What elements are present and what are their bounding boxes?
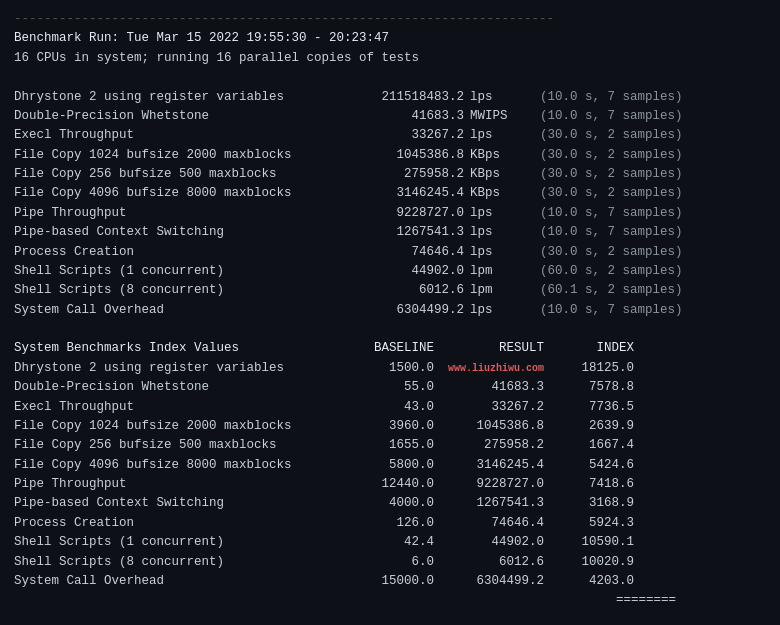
benchmark-row: Shell Scripts (8 concurrent) 6012.6 lpm … xyxy=(14,281,766,300)
index-row-label: File Copy 4096 bufsize 8000 maxblocks xyxy=(14,456,334,475)
index-row-index: 7578.8 xyxy=(544,378,634,397)
index-row: Shell Scripts (1 concurrent) 42.4 44902.… xyxy=(14,533,766,552)
blank2 xyxy=(14,320,766,339)
index-row-baseline: 15000.0 xyxy=(334,572,434,591)
benchmark-row: Pipe-based Context Switching 1267541.3 l… xyxy=(14,223,766,242)
index-row-index: 10020.9 xyxy=(544,553,634,572)
bench-unit: lps xyxy=(464,223,534,242)
index-row-result: 41683.3 xyxy=(434,378,544,397)
blank3 xyxy=(14,611,766,625)
index-row-baseline: 43.0 xyxy=(334,398,434,417)
equals-line: ======== xyxy=(14,591,766,610)
benchmark-row: File Copy 256 bufsize 500 maxblocks 2759… xyxy=(14,165,766,184)
bench-unit: lps xyxy=(464,88,534,107)
index-row-baseline: 12440.0 xyxy=(334,475,434,494)
bench-value: 211518483.2 xyxy=(334,88,464,107)
bench-unit: KBps xyxy=(464,184,534,203)
index-row-result: 74646.4 xyxy=(434,514,544,533)
index-row-label: Pipe Throughput xyxy=(14,475,334,494)
index-row-label: Shell Scripts (1 concurrent) xyxy=(14,533,334,552)
index-row-label: Execl Throughput xyxy=(14,398,334,417)
index-row: Process Creation 126.0 74646.4 5924.3 xyxy=(14,514,766,533)
bench-label: System Call Overhead xyxy=(14,301,334,320)
index-row-label: Pipe-based Context Switching xyxy=(14,494,334,513)
index-row-label: Dhrystone 2 using register variables xyxy=(14,359,334,378)
index-header-label: System Benchmarks Index Values xyxy=(14,339,334,358)
index-row: File Copy 1024 bufsize 2000 maxblocks 39… xyxy=(14,417,766,436)
index-row-index: 2639.9 xyxy=(544,417,634,436)
index-row-result: 275958.2 xyxy=(434,436,544,455)
benchmark-row: Execl Throughput 33267.2 lps (30.0 s, 2 … xyxy=(14,126,766,145)
benchmark-row: Process Creation 74646.4 lps (30.0 s, 2 … xyxy=(14,243,766,262)
index-row-baseline: 55.0 xyxy=(334,378,434,397)
bench-value: 41683.3 xyxy=(334,107,464,126)
index-row-result: www.liuzhiwu.com xyxy=(434,359,544,378)
benchmark-row: Double-Precision Whetstone 41683.3 MWIPS… xyxy=(14,107,766,126)
bench-samples: (30.0 s, 2 samples) xyxy=(534,165,694,184)
index-row-baseline: 6.0 xyxy=(334,553,434,572)
bench-value: 74646.4 xyxy=(334,243,464,262)
index-row: File Copy 256 bufsize 500 maxblocks 1655… xyxy=(14,436,766,455)
index-row: System Call Overhead 15000.0 6304499.2 4… xyxy=(14,572,766,591)
index-row-index: 7418.6 xyxy=(544,475,634,494)
index-row-result: 1267541.3 xyxy=(434,494,544,513)
benchmark-row: File Copy 1024 bufsize 2000 maxblocks 10… xyxy=(14,146,766,165)
bench-samples: (10.0 s, 7 samples) xyxy=(534,301,694,320)
bench-unit: MWIPS xyxy=(464,107,534,126)
index-row-baseline: 42.4 xyxy=(334,533,434,552)
index-row: Execl Throughput 43.0 33267.2 7736.5 xyxy=(14,398,766,417)
header-line2: 16 CPUs in system; running 16 parallel c… xyxy=(14,49,766,68)
bench-samples: (30.0 s, 2 samples) xyxy=(534,184,694,203)
bench-value: 9228727.0 xyxy=(334,204,464,223)
bench-unit: KBps xyxy=(464,146,534,165)
bench-samples: (30.0 s, 2 samples) xyxy=(534,126,694,145)
index-row-baseline: 1655.0 xyxy=(334,436,434,455)
index-row-label: File Copy 1024 bufsize 2000 maxblocks xyxy=(14,417,334,436)
bench-label: Pipe-based Context Switching xyxy=(14,223,334,242)
index-row-label: Shell Scripts (8 concurrent) xyxy=(14,553,334,572)
index-row-result: 1045386.8 xyxy=(434,417,544,436)
index-row-result: 33267.2 xyxy=(434,398,544,417)
bench-value: 3146245.4 xyxy=(334,184,464,203)
benchmark-row: Dhrystone 2 using register variables 211… xyxy=(14,88,766,107)
watermark: www.liuzhiwu.com xyxy=(448,363,544,374)
bench-label: File Copy 4096 bufsize 8000 maxblocks xyxy=(14,184,334,203)
index-row-label: Double-Precision Whetstone xyxy=(14,378,334,397)
bench-label: Dhrystone 2 using register variables xyxy=(14,88,334,107)
index-row-index: 7736.5 xyxy=(544,398,634,417)
benchmark-row: Shell Scripts (1 concurrent) 44902.0 lpm… xyxy=(14,262,766,281)
bench-unit: lps xyxy=(464,126,534,145)
index-row-index: 5924.3 xyxy=(544,514,634,533)
bench-value: 6304499.2 xyxy=(334,301,464,320)
index-header-result: RESULT xyxy=(434,339,544,358)
bench-samples: (10.0 s, 7 samples) xyxy=(534,223,694,242)
bench-unit: lpm xyxy=(464,262,534,281)
bench-label: Pipe Throughput xyxy=(14,204,334,223)
bench-samples: (30.0 s, 2 samples) xyxy=(534,146,694,165)
index-row-index: 10590.1 xyxy=(544,533,634,552)
bench-value: 275958.2 xyxy=(334,165,464,184)
bench-unit: KBps xyxy=(464,165,534,184)
bench-label: Execl Throughput xyxy=(14,126,334,145)
bench-value: 1267541.3 xyxy=(334,223,464,242)
bench-label: Shell Scripts (8 concurrent) xyxy=(14,281,334,300)
index-row-label: Process Creation xyxy=(14,514,334,533)
bench-samples: (60.1 s, 2 samples) xyxy=(534,281,694,300)
index-row-index: 18125.0 xyxy=(544,359,634,378)
separator-line: ----------------------------------------… xyxy=(14,10,766,29)
index-row-index: 4203.0 xyxy=(544,572,634,591)
bench-label: Shell Scripts (1 concurrent) xyxy=(14,262,334,281)
index-row-baseline: 1500.0 xyxy=(334,359,434,378)
bench-unit: lps xyxy=(464,243,534,262)
benchmark-row: Pipe Throughput 9228727.0 lps (10.0 s, 7… xyxy=(14,204,766,223)
index-row-label: File Copy 256 bufsize 500 maxblocks xyxy=(14,436,334,455)
bench-samples: (60.0 s, 2 samples) xyxy=(534,262,694,281)
index-row: Pipe Throughput 12440.0 9228727.0 7418.6 xyxy=(14,475,766,494)
bench-samples: (10.0 s, 7 samples) xyxy=(534,88,694,107)
index-row: Shell Scripts (8 concurrent) 6.0 6012.6 … xyxy=(14,553,766,572)
bench-samples: (10.0 s, 7 samples) xyxy=(534,107,694,126)
index-header-index: INDEX xyxy=(544,339,634,358)
bench-unit: lps xyxy=(464,301,534,320)
index-row-result: 3146245.4 xyxy=(434,456,544,475)
bench-label: File Copy 1024 bufsize 2000 maxblocks xyxy=(14,146,334,165)
